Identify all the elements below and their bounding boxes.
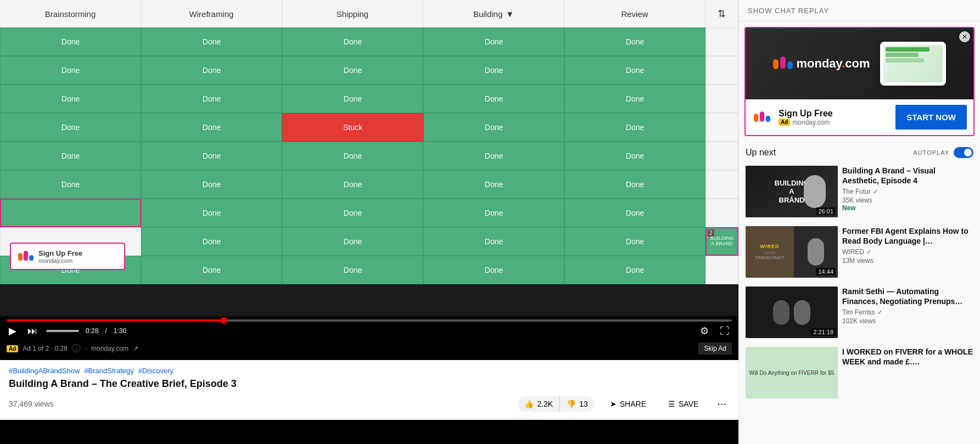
cell-r7-c3[interactable]: Done [282, 199, 423, 227]
cell-r8-c5[interactable]: Done [564, 227, 705, 256]
dislike-button[interactable]: 👎 13 [559, 396, 595, 412]
cell-r2-c2[interactable]: Done [141, 56, 282, 85]
video-item-2[interactable]: WIRED 14:44 TRADECRAFT 14:44 Former FBI … [739, 222, 980, 282]
verified-icon-2: ✓ [866, 248, 872, 256]
cell-r8-c2[interactable]: Done [141, 227, 282, 256]
below-video-section: #BuildingABrandShow #BrandStrategy #Disc… [0, 360, 738, 420]
svg-rect-8 [766, 115, 770, 122]
progress-bar[interactable] [7, 319, 732, 322]
cell-r5-c6 [705, 142, 738, 170]
next-button[interactable]: ⏭ [25, 324, 40, 338]
cell-r5-c2[interactable]: Done [141, 142, 282, 170]
cell-r9-c4[interactable]: Done [423, 256, 564, 284]
share-button[interactable]: ➤ SHARE [603, 396, 653, 412]
cell-r2-c5[interactable]: Done [564, 56, 705, 85]
ad-overlay-bottom-left: Sign Up Free monday.com [10, 243, 125, 270]
ad-info-icon[interactable]: ⓘ [72, 343, 81, 355]
cell-r6-c3[interactable]: Done [282, 170, 423, 199]
cell-r5-c3[interactable]: Done [282, 142, 423, 170]
video-item-1[interactable]: BUILDING A BRĀND 26:01 Building A Brand … [739, 161, 980, 222]
external-link-icon: ↗ [133, 345, 138, 352]
cell-r2-c6 [705, 56, 738, 85]
cell-r7-c5[interactable]: Done [564, 199, 705, 227]
cell-r8-c6-thumb: 2 BUILDING A BRAND [705, 227, 738, 256]
video-item-4[interactable]: Will Do Anything on FIVERR for $5 I WORK… [739, 342, 980, 403]
cell-r1-c2[interactable]: Done [141, 27, 282, 56]
ad-counter: Ad 1 of 2 · 0:28 [23, 345, 67, 352]
cell-r2-c3[interactable]: Done [282, 56, 423, 85]
cell-r4-c2[interactable]: Done [141, 113, 282, 142]
more-options-button[interactable]: ··· [714, 394, 730, 413]
sidebar: SHOW CHAT REPLAY monday.com [738, 0, 980, 444]
thumbs-down-icon: 👎 [567, 400, 576, 408]
svg-rect-4 [780, 57, 786, 69]
cell-r5-c4[interactable]: Done [423, 142, 564, 170]
chat-replay-button[interactable]: SHOW CHAT REPLAY [748, 7, 829, 15]
video-meta-2: 13M views [842, 257, 973, 265]
cell-r4-c5[interactable]: Done [564, 113, 705, 142]
cell-r5-c1[interactable]: Done [0, 142, 141, 170]
cell-r1-c5[interactable]: Done [564, 27, 705, 56]
cell-r6-c4[interactable]: Done [423, 170, 564, 199]
cell-r2-c4[interactable]: Done [423, 56, 564, 85]
thumb-mini-text: BUILDING A BRAND [710, 236, 734, 247]
video-duration-3: 2:21:18 [811, 328, 836, 336]
play-pause-button[interactable]: ▶ [7, 324, 19, 338]
dropdown-icon[interactable]: ▼ [506, 9, 514, 19]
sidebar-ad-domain: monday.com [792, 119, 830, 126]
autoplay-toggle[interactable] [954, 147, 973, 158]
like-button[interactable]: 👍 2.2K [518, 396, 559, 412]
thumbs-up-icon: 👍 [524, 400, 534, 408]
col-header-sort[interactable]: ⇅ [705, 0, 738, 27]
autoplay-row: AUTOPLAY [913, 147, 973, 158]
video-item-3[interactable]: 2:21:18 Ramit Sethi — Automating Finance… [739, 282, 980, 342]
new-badge-1: New [842, 204, 973, 212]
save-icon: ☰ [668, 400, 675, 408]
cell-r6-c5[interactable]: Done [564, 170, 705, 199]
cell-r9-c5[interactable]: Done [564, 256, 705, 284]
cell-r3-c2[interactable]: Done [141, 85, 282, 113]
cell-r6-c1[interactable]: Done [0, 170, 141, 199]
cell-r5-c5[interactable]: Done [564, 142, 705, 170]
sidebar-ad-logo [752, 108, 772, 127]
close-ad-button[interactable]: ✕ [959, 31, 970, 42]
cell-r6-c2[interactable]: Done [141, 170, 282, 199]
ad-info-bar: Ad Ad 1 of 2 · 0:28 ⓘ · monday.com ↗ Ski… [7, 340, 732, 357]
tag-1[interactable]: #BuildingABrandShow [9, 367, 80, 375]
cell-r4-c3-stuck[interactable]: Stuck [282, 113, 423, 142]
cell-r3-c4[interactable]: Done [423, 85, 564, 113]
cell-r7-c4[interactable]: Done [423, 199, 564, 227]
save-button[interactable]: ☰ SAVE [662, 396, 705, 412]
cell-r3-c1[interactable]: Done [0, 85, 141, 113]
kanban-board: Brainstorming Wireframing Shipping Build… [0, 0, 738, 284]
cell-r1-c3[interactable]: Done [282, 27, 423, 56]
cell-r9-c3[interactable]: Done [282, 256, 423, 284]
settings-button[interactable]: ⚙ [698, 324, 711, 338]
svg-rect-1 [24, 251, 28, 261]
cell-r4-c1[interactable]: Done [0, 113, 141, 142]
cell-r9-c2[interactable]: Done [141, 256, 282, 284]
cell-r8-c3[interactable]: Done [282, 227, 423, 256]
tag-2[interactable]: #BrandStrategy [84, 367, 133, 375]
svg-rect-7 [760, 111, 764, 121]
cell-r3-c3[interactable]: Done [282, 85, 423, 113]
col-header-brainstorming: Brainstorming [0, 0, 141, 27]
video-title: Building A Brand – The Creative Brief, E… [9, 378, 730, 390]
tag-3[interactable]: #Discovery [138, 367, 173, 375]
like-count: 2.2K [537, 400, 553, 408]
cell-r1-c1[interactable]: Done [0, 27, 141, 56]
cell-r8-c4[interactable]: Done [423, 227, 564, 256]
cell-r1-c4[interactable]: Done [423, 27, 564, 56]
sidebar-ad: monday.com [744, 27, 975, 136]
fullscreen-button[interactable]: ⛶ [718, 324, 732, 338]
ad-label: Ad [7, 345, 18, 352]
cell-r3-c5[interactable]: Done [564, 85, 705, 113]
cell-r7-c2[interactable]: Done [141, 199, 282, 227]
start-now-button[interactable]: START NOW [895, 105, 967, 130]
skip-ad-button[interactable]: Skip Ad [698, 342, 732, 355]
cell-r4-c4[interactable]: Done [423, 113, 564, 142]
volume-slider[interactable] [46, 330, 79, 332]
video-meta-1: 35K views [842, 196, 973, 204]
svg-rect-3 [773, 59, 779, 69]
cell-r2-c1[interactable]: Done [0, 56, 141, 85]
